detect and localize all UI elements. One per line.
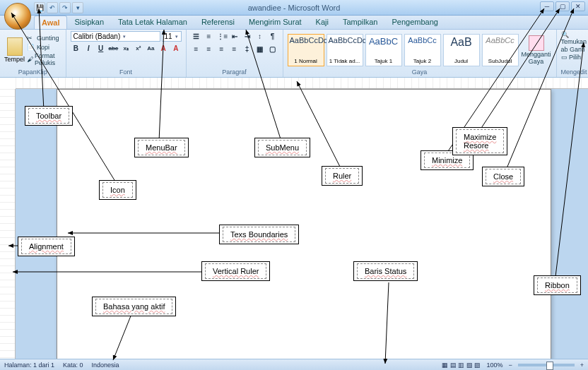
zoom-level[interactable]: 100% (486, 362, 502, 369)
tab-kaji[interactable]: Kaji (309, 16, 336, 29)
callout-close: Close (482, 167, 524, 186)
shading-button[interactable]: ▦ (254, 44, 266, 55)
group-paragraph-label: Paragraf (191, 68, 278, 76)
style-h1[interactable]: AaBbCTajuk 1 (365, 34, 402, 66)
vertical-ruler[interactable] (0, 89, 16, 359)
linespacing-button[interactable]: ‡ (242, 44, 253, 55)
select-button[interactable]: ▭ Pilih (561, 54, 582, 61)
case-button[interactable]: Aa (146, 43, 157, 54)
callout-icon: Icon (99, 180, 136, 200)
group-clipboard: Tempel ✂Gunting 📄Kopi 🖌Format Pelukis Pa… (0, 30, 66, 77)
qat-more[interactable]: ▾ (72, 2, 83, 13)
callout-ruler: Ruler (322, 166, 363, 186)
style-h2[interactable]: AaBbCcTajuk 2 (404, 34, 441, 66)
office-button[interactable] (4, 3, 31, 30)
highlight-button[interactable]: A (158, 43, 169, 54)
tab-pengembang[interactable]: Pengembang (384, 16, 445, 29)
tab-referensi[interactable]: Referensi (194, 16, 242, 29)
callout-bahasa: Bahasa yang aktif (92, 297, 176, 316)
multilevel-button[interactable]: ⋮≡ (216, 31, 228, 42)
paste-label: Tempel (4, 56, 25, 63)
minimize-button[interactable]: ─ (540, 1, 554, 11)
group-font-label: Font (71, 68, 182, 76)
change-styles-icon (529, 35, 544, 51)
qat-undo[interactable]: ↶ (47, 2, 58, 13)
style-subtitle[interactable]: AaBbCcSubJudul (482, 34, 519, 66)
callout-maxres: Maximize Resore (452, 127, 507, 155)
find-button[interactable]: 🔍 Temukan (561, 31, 587, 45)
callout-vruler: Vertical Ruler (201, 261, 270, 281)
strike-button[interactable]: abc (108, 43, 119, 54)
callout-menubar: MenuBar (134, 138, 189, 157)
sort-button[interactable]: ↕ (254, 31, 266, 42)
callout-toolbar: Toolbar (25, 106, 73, 126)
superscript-button[interactable]: x² (133, 43, 144, 54)
callout-ribbon: Ribbon (534, 275, 581, 295)
brush-icon: 🖌 (27, 55, 33, 64)
style-title[interactable]: AaBJudul (443, 34, 480, 66)
qat-redo[interactable]: ↷ (59, 2, 71, 13)
bullets-button[interactable]: ☰ (191, 31, 202, 42)
window-title: awandiee - Microsoft Word (248, 4, 341, 12)
underline-button[interactable]: U (95, 43, 107, 54)
status-words[interactable]: Kata: 0 (63, 362, 83, 369)
horizontal-ruler[interactable] (16, 78, 588, 89)
numbering-button[interactable]: ≡ (204, 31, 215, 42)
formatpainter-button[interactable]: 🖌Format Pelukis (27, 52, 61, 66)
group-editing: 🔍 Temukan ab Ganti ▭ Pilih Mengedit (557, 30, 588, 77)
align-left-button[interactable]: ≡ (191, 44, 202, 55)
indent-dec-button[interactable]: ⇤ (229, 31, 240, 42)
group-editing-label: Mengedit (561, 68, 587, 76)
callout-baris: Baris Status (353, 261, 418, 281)
replace-button[interactable]: ab Ganti (561, 46, 585, 53)
font-size-select[interactable]: 11 (162, 31, 182, 42)
copy-button[interactable]: 📄Kopi (27, 43, 61, 52)
ribbon: Tempel ✂Gunting 📄Kopi 🖌Format Pelukis Pa… (0, 30, 588, 78)
tab-tataletak[interactable]: Tata Letak Halaman (111, 16, 194, 29)
italic-button[interactable]: I (83, 43, 94, 54)
titlebar: 💾 ↶ ↷ ▾ awandiee - Microsoft Word ─ ▢ ✕ (0, 0, 588, 16)
align-right-button[interactable]: ≡ (216, 44, 228, 55)
subscript-button[interactable]: x₂ (120, 43, 131, 54)
status-language[interactable]: Indonesia (92, 362, 119, 369)
group-clipboard-label: PapanKlip (4, 68, 61, 76)
change-styles-button[interactable]: Mengganti Gaya (521, 35, 552, 65)
callout-submenu: SubMenu (254, 138, 310, 157)
fontcolor-button[interactable]: A (170, 43, 182, 54)
tab-sisipkan[interactable]: Sisipkan (67, 16, 111, 29)
align-center-button[interactable]: ≡ (204, 44, 215, 55)
tab-awal[interactable]: Awal (34, 16, 67, 29)
justify-button[interactable]: ≡ (229, 44, 240, 55)
style-nospacing[interactable]: AaBbCcDc1 Tidak ad... (327, 34, 363, 66)
qat-save[interactable]: 💾 (34, 2, 45, 13)
cut-button[interactable]: ✂Gunting (27, 34, 61, 42)
paste-icon (7, 37, 23, 56)
bold-button[interactable]: B (71, 43, 82, 54)
callout-alignment: Alignment (18, 237, 75, 256)
showhide-button[interactable]: ¶ (267, 31, 278, 42)
font-format-row: B I U abc x₂ x² Aa A A (71, 43, 182, 54)
paste-button[interactable]: Tempel (4, 37, 25, 63)
status-page[interactable]: Halaman: 1 dari 1 (4, 362, 54, 369)
group-styles-label: Gaya (288, 68, 552, 76)
group-font: Calibri (Badan) 11 B I U abc x₂ x² Aa A … (66, 30, 187, 77)
tab-surat[interactable]: Mengirim Surat (242, 16, 309, 29)
callout-texs: Texs Boundaries (219, 225, 299, 244)
tab-tampilkan[interactable]: Tampilkan (336, 16, 385, 29)
borders-button[interactable]: ▢ (267, 44, 278, 55)
style-normal[interactable]: AaBbCcDc1 Normal (288, 34, 324, 66)
status-bar: Halaman: 1 dari 1 Kata: 0 Indonesia ▦ ▤ … (0, 359, 588, 370)
view-buttons[interactable]: ▦ ▤ ▥ ▧ ▨ (442, 362, 481, 369)
window-controls: ─ ▢ ✕ (540, 1, 585, 11)
zoom-slider[interactable] (518, 364, 575, 366)
indent-inc-button[interactable]: ⇥ (242, 31, 253, 42)
close-button[interactable]: ✕ (571, 1, 585, 11)
font-name-select[interactable]: Calibri (Badan) (71, 31, 160, 42)
copy-icon: 📄 (27, 43, 35, 52)
maximize-button[interactable]: ▢ (555, 1, 570, 11)
scissors-icon: ✂ (27, 34, 35, 42)
group-styles: AaBbCcDc1 Normal AaBbCcDc1 Tidak ad... A… (283, 30, 557, 77)
ribbon-tabs: Awal Sisipkan Tata Letak Halaman Referen… (0, 16, 588, 30)
quick-access-toolbar: 💾 ↶ ↷ ▾ (34, 2, 83, 13)
group-paragraph: ☰ ≡ ⋮≡ ⇤ ⇥ ↕ ¶ ≡ ≡ ≡ ≡ ‡ ▦ ▢ Paragraf (187, 30, 283, 77)
